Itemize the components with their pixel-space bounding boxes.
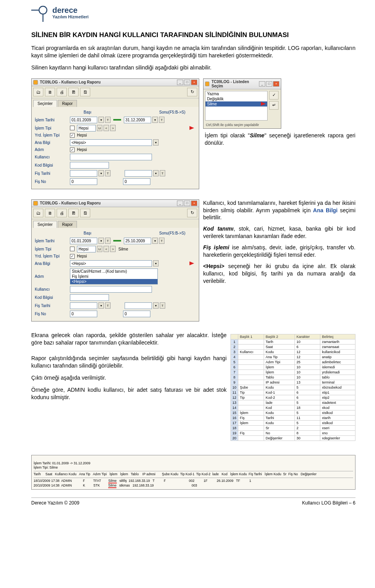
table-row: 8Tablo10tablo — [231, 375, 355, 380]
footer-right: Kullanıcı LOG Bilgileri – 6 — [302, 500, 355, 506]
chk-adim[interactable] — [70, 147, 75, 152]
screenshot-log-report-1: TC09LOG - Kullanıcı Log Raporu _ □ × 🗂 🗎… — [31, 78, 199, 189]
date-btn-2[interactable]: T — [105, 117, 111, 123]
input-fisno-a[interactable]: 0 — [70, 178, 97, 185]
page-title: SİLİNEN BİR KAYDIN HANGİ KULLANICI TARAF… — [31, 31, 355, 39]
maximize-button[interactable]: □ — [184, 80, 190, 85]
table-row: 10ŞubeKodu5xbizsubekod — [231, 385, 355, 390]
maximize-button[interactable]: □ — [266, 81, 272, 87]
table-row: 17İşlemKodu5xislkod — [231, 420, 355, 425]
input-fis-tarihi-b[interactable] — [125, 170, 152, 177]
select-ana-bilgi[interactable]: <Hepsi> — [70, 139, 152, 146]
toolbar-btn-1[interactable]: 🗂 — [33, 88, 43, 96]
btn-islem-tipi-list[interactable]: Li — [97, 125, 102, 131]
table-row: 6İşlem10islemedi — [231, 364, 355, 369]
close-button[interactable]: × — [273, 81, 279, 87]
input-date-end[interactable]: 31.12.2009 — [124, 117, 151, 123]
input-date-start[interactable]: 01.01.2009 — [70, 117, 97, 123]
input-kod-bilgisi[interactable] — [70, 162, 109, 169]
screenshot-log-report-2: TC09LOG - Kullanıcı Log Raporu _ □ × 🗂 🗎… — [31, 199, 199, 322]
col-header-basi: Başı — [70, 109, 105, 115]
table-header: Başlık 2 — [264, 334, 295, 339]
table-header: Karakter — [295, 334, 320, 339]
hint-text: Ctrl,Shift ile çoklu seçim yapılabilir — [204, 122, 281, 128]
label-adim: Adım — [35, 147, 68, 152]
report-fields-table: Başlık 1Başlık 2KarakterBelirteç 1Tarih1… — [230, 332, 355, 445]
tab-secimler[interactable]: Seçimler — [33, 100, 57, 107]
caption-1: İşlem tipi olarak "Silme" seçeneği işare… — [203, 132, 355, 147]
toolbar-btn-5[interactable]: 🖻 — [80, 88, 90, 96]
date-btn-4[interactable]: T — [159, 117, 164, 123]
toolbar-btn-3[interactable]: 🖨 — [57, 88, 67, 96]
input-islem-tipi[interactable]: Hepsi — [77, 125, 96, 131]
label-ana-bilgi: Ana Bilgi — [35, 140, 68, 145]
table-row: 13İade5xiadetext — [231, 400, 355, 405]
logo-text: derece Yazılım Hizmetleri — [52, 6, 89, 19]
selection-list[interactable]: Yazma Değişiklik Silme — [205, 91, 268, 121]
window-title: TC09LOG - Kullanıcı Log Raporu — [40, 80, 101, 84]
para-intro-1: Ticari programlarda en sık araştırılan d… — [31, 44, 355, 59]
table-row: 3KullanıcıKodu12kullanicikod — [231, 349, 355, 354]
logo-area: derece Yazılım Hizmetleri — [31, 0, 355, 23]
brand-subtitle: Yazılım Hizmetleri — [52, 14, 89, 19]
table-row: 9IP adresi13terminal — [231, 380, 355, 385]
toolbar-btn-refresh[interactable]: ↻ — [187, 88, 197, 96]
input-fis-tarihi-a[interactable] — [70, 170, 97, 177]
toolbar-btn-2[interactable]: 🗎 — [45, 88, 55, 96]
table-row: 5Adım Tipi25adimbelirtec — [231, 359, 355, 364]
dropdown-open-anabilgi[interactable]: Stok/Cari/Hizmet ...(Kod tanımı) Fiş İşl… — [70, 268, 158, 284]
caption-block-2: Kullanıcı, kod tanımlamalarını, hareket … — [203, 199, 355, 285]
window-title-2: TC09LOG - Listeden Seçim — [211, 80, 259, 88]
app-icon — [33, 80, 38, 85]
para-intro-2: Silinen kayıtların hangi kullanıcı taraf… — [31, 64, 355, 71]
confirm-button[interactable]: ✓ — [269, 91, 279, 99]
label-islem-tarihi: İşlem Tarihi — [35, 118, 68, 122]
close-button[interactable]: × — [191, 80, 197, 85]
list-item-silme[interactable]: Silme — [205, 101, 267, 107]
table-row: 1Tarih10zamantarih — [231, 339, 355, 344]
dropdown-ana-bilgi[interactable]: ▾ — [153, 139, 159, 146]
table-row: 15İşlemKodu5xislkod — [231, 410, 355, 415]
table-row: 12TipKod-26xtip2 — [231, 395, 355, 400]
table-row: 2Saat6zamansaat — [231, 344, 355, 349]
col-header-sonu: Sonu(F5:B->S) — [149, 109, 196, 115]
date-btn-3[interactable]: ▾ — [152, 117, 158, 123]
table-row: 11TipKod-16xtip1 — [231, 390, 355, 395]
screenshot-listeden-secim: TC09LOG - Listeden Seçim _ □ × Yazma Değ… — [203, 78, 281, 129]
list-item-degisiklik[interactable]: Değişiklik — [205, 96, 267, 101]
minimize-button[interactable]: _ — [177, 80, 183, 85]
chk-yrd[interactable] — [70, 133, 75, 138]
brand-title: derece — [52, 6, 89, 14]
btn-islem-tipi-nav[interactable]: < — [104, 125, 109, 131]
chk-islem-tipi[interactable] — [70, 126, 75, 130]
btn-islem-tipi-nav2[interactable]: > — [110, 125, 116, 131]
table-header: Başlık 1 — [238, 334, 264, 339]
table-row: 7İşlem10yrdislemadi — [231, 369, 355, 375]
table-header — [231, 334, 238, 339]
date-btn-1[interactable]: ▾ — [98, 117, 104, 123]
list-item-yazma[interactable]: Yazma — [205, 91, 267, 96]
para-3: Ekrana gelecek olan raporda, şekilde gös… — [31, 332, 227, 346]
label-islem-tipi: İşlem Tipi — [35, 126, 68, 130]
footer-left: Derece Yazılım © 2009 — [31, 500, 79, 506]
toolbar-btn-4[interactable]: 🖹 — [68, 88, 79, 96]
para-5: Çıktı örneği aşağıda verilmiştir. — [31, 374, 227, 382]
page-footer: Derece Yazılım © 2009 Kullanıcı LOG Bilg… — [31, 497, 355, 506]
label-fis-tarihi: Fiş Tarihi — [35, 171, 68, 176]
table-row: 18Sr2xseri — [231, 425, 355, 430]
para-6: Örneğe göre, ADMIN kodlu kullanıcı, bir … — [31, 386, 227, 401]
table-row: 16FişTarihi11xtarih — [231, 415, 355, 420]
input-fisno-b[interactable]: 0 — [123, 178, 150, 185]
log-output-sample: İşlem Tarihi: 01.01.2009 -> 31.12.2009 İ… — [31, 455, 355, 490]
minimize-button[interactable]: _ — [259, 81, 265, 87]
tab-rapor[interactable]: Rapor — [58, 100, 77, 107]
input-kullanici[interactable] — [70, 154, 152, 160]
table-header: Belirteç — [320, 334, 355, 339]
return-button[interactable]: ↵ — [269, 101, 279, 110]
para-4: Rapor çalıştırıldığında seçimler sayfası… — [31, 355, 227, 369]
left-text-block: Ekrana gelecek olan raporda, şekilde gös… — [31, 332, 227, 406]
label-kod-bilgisi: Kod Bilgisi — [35, 163, 68, 167]
svg-point-0 — [39, 6, 47, 14]
table-row: 4Ana Tip12anatip — [231, 354, 355, 359]
label-kullanici: Kullanıcı — [35, 155, 68, 159]
